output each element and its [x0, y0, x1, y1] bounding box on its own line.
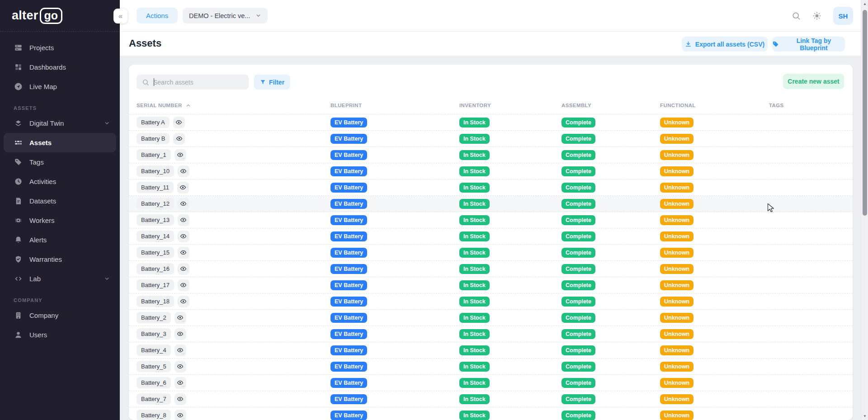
- blueprint-badge[interactable]: EV Battery: [330, 345, 367, 355]
- table-row[interactable]: Battery_16 EV Battery In Stock Complete …: [129, 261, 853, 277]
- view-asset-button[interactable]: [175, 361, 186, 373]
- blueprint-badge[interactable]: EV Battery: [330, 199, 367, 209]
- column-header-tags[interactable]: TAGS: [769, 103, 784, 108]
- column-header-functional[interactable]: FUNCTIONAL: [660, 103, 696, 108]
- blueprint-badge[interactable]: EV Battery: [330, 231, 367, 241]
- assets-search-input[interactable]: [153, 79, 235, 86]
- blueprint-badge[interactable]: EV Battery: [330, 362, 367, 372]
- serial-number-chip[interactable]: Battery_11: [137, 182, 174, 193]
- blueprint-badge[interactable]: EV Battery: [330, 297, 367, 307]
- blueprint-badge[interactable]: EV Battery: [330, 134, 367, 144]
- sidebar-item-live-map[interactable]: Live Map: [0, 77, 120, 96]
- filter-button[interactable]: Filter: [254, 75, 290, 90]
- column-header-assembly[interactable]: ASSEMBLY: [561, 103, 591, 108]
- sidebar-collapse-button[interactable]: «: [113, 9, 127, 24]
- table-row[interactable]: Battery_8 EV Battery In Stock Complete U…: [129, 407, 853, 420]
- sidebar-item-assets[interactable]: Assets: [4, 133, 116, 152]
- sidebar-item-workers[interactable]: Workers: [0, 211, 120, 230]
- theme-toggle-button[interactable]: [812, 11, 821, 20]
- view-asset-button[interactable]: [175, 377, 186, 389]
- sidebar-item-alerts[interactable]: Alerts: [0, 230, 120, 250]
- scrollbar-thumb[interactable]: [863, 10, 867, 216]
- serial-number-chip[interactable]: Battery_6: [137, 377, 171, 388]
- sidebar-item-tags[interactable]: Tags: [0, 152, 120, 172]
- sidebar-item-digital-twin[interactable]: Digital Twin: [0, 113, 120, 133]
- view-asset-button[interactable]: [178, 263, 189, 275]
- table-row[interactable]: Battery_5 EV Battery In Stock Complete U…: [129, 359, 853, 375]
- sidebar-item-dashboards[interactable]: Dashboards: [0, 57, 120, 77]
- sidebar-item-activities[interactable]: Activities: [0, 172, 120, 191]
- actions-button[interactable]: Actions: [137, 8, 178, 24]
- sidebar-item-users[interactable]: Users: [0, 325, 120, 344]
- table-row[interactable]: Battery_6 EV Battery In Stock Complete U…: [129, 375, 853, 391]
- blueprint-badge[interactable]: EV Battery: [330, 411, 367, 420]
- view-asset-button[interactable]: [178, 247, 189, 259]
- export-assets-button[interactable]: Export all assets (CSV): [682, 37, 768, 52]
- view-asset-button[interactable]: [175, 410, 186, 420]
- view-asset-button[interactable]: [178, 165, 189, 177]
- vertical-scrollbar[interactable]: ▲ ▼: [861, 0, 868, 420]
- column-header-inventory[interactable]: INVENTORY: [459, 103, 491, 108]
- blueprint-badge[interactable]: EV Battery: [330, 248, 367, 258]
- view-asset-button[interactable]: [175, 328, 186, 340]
- view-asset-button[interactable]: [173, 117, 185, 128]
- sidebar-item-datasets[interactable]: Datasets: [0, 191, 120, 211]
- user-avatar[interactable]: SH: [833, 7, 853, 25]
- table-row[interactable]: Battery_11 EV Battery In Stock Complete …: [129, 179, 853, 196]
- serial-number-chip[interactable]: Battery_1: [137, 149, 171, 160]
- serial-number-chip[interactable]: Battery B: [137, 133, 170, 144]
- view-asset-button[interactable]: [178, 296, 189, 307]
- blueprint-badge[interactable]: EV Battery: [330, 394, 367, 404]
- view-asset-button[interactable]: [175, 344, 186, 356]
- table-row[interactable]: Battery B EV Battery In Stock Complete U…: [129, 131, 853, 147]
- blueprint-badge[interactable]: EV Battery: [330, 118, 367, 127]
- serial-number-chip[interactable]: Battery_12: [137, 198, 174, 209]
- sidebar-item-company[interactable]: Company: [0, 306, 120, 325]
- table-row[interactable]: Battery_7 EV Battery In Stock Complete U…: [129, 391, 853, 407]
- scrollbar-up-arrow-icon[interactable]: ▲: [861, 2, 868, 6]
- serial-number-chip[interactable]: Battery_17: [137, 279, 174, 291]
- serial-number-chip[interactable]: Battery_7: [137, 393, 171, 405]
- blueprint-badge[interactable]: EV Battery: [330, 215, 367, 225]
- table-row[interactable]: Battery_14 EV Battery In Stock Complete …: [129, 228, 853, 245]
- view-asset-button[interactable]: [178, 279, 189, 291]
- view-asset-button[interactable]: [173, 133, 185, 145]
- blueprint-badge[interactable]: EV Battery: [330, 183, 367, 193]
- serial-number-chip[interactable]: Battery_8: [137, 410, 171, 420]
- serial-number-chip[interactable]: Battery A: [137, 117, 170, 128]
- view-asset-button[interactable]: [178, 231, 189, 242]
- table-row[interactable]: Battery_1 EV Battery In Stock Complete U…: [129, 147, 853, 163]
- serial-number-chip[interactable]: Battery_16: [137, 263, 174, 274]
- table-row[interactable]: Battery A EV Battery In Stock Complete U…: [129, 114, 853, 131]
- serial-number-chip[interactable]: Battery_5: [137, 361, 171, 372]
- blueprint-badge[interactable]: EV Battery: [330, 313, 367, 323]
- global-search-button[interactable]: [792, 11, 801, 20]
- sidebar-item-projects[interactable]: Projects: [0, 38, 120, 57]
- view-asset-button[interactable]: [178, 198, 189, 210]
- serial-number-chip[interactable]: Battery_18: [137, 296, 174, 307]
- create-new-asset-button[interactable]: Create new asset: [783, 74, 844, 89]
- view-asset-button[interactable]: [175, 393, 186, 405]
- link-tag-by-blueprint-button[interactable]: Link Tag by Blueprint: [772, 37, 845, 52]
- column-header-blueprint[interactable]: BLUEPRINT: [330, 103, 362, 108]
- table-row[interactable]: Battery_15 EV Battery In Stock Complete …: [129, 245, 853, 261]
- serial-number-chip[interactable]: Battery_10: [137, 165, 174, 177]
- table-row[interactable]: Battery_4 EV Battery In Stock Complete U…: [129, 342, 853, 359]
- table-row[interactable]: Battery_2 EV Battery In Stock Complete U…: [129, 310, 853, 326]
- view-asset-button[interactable]: [175, 149, 186, 161]
- blueprint-badge[interactable]: EV Battery: [330, 378, 367, 388]
- blueprint-badge[interactable]: EV Battery: [330, 166, 367, 176]
- column-header-serial-number[interactable]: SERIAL NUMBER: [137, 103, 191, 108]
- blueprint-badge[interactable]: EV Battery: [330, 264, 367, 274]
- view-asset-button[interactable]: [175, 312, 186, 324]
- table-row[interactable]: Battery_13 EV Battery In Stock Complete …: [129, 212, 853, 228]
- blueprint-badge[interactable]: EV Battery: [330, 280, 367, 290]
- serial-number-chip[interactable]: Battery_2: [137, 312, 171, 323]
- view-asset-button[interactable]: [177, 182, 189, 193]
- project-selector-dropdown[interactable]: DEMO - Electric ve...: [183, 8, 268, 24]
- serial-number-chip[interactable]: Battery_13: [137, 214, 174, 226]
- sidebar-item-warranties[interactable]: Warranties: [0, 250, 120, 269]
- table-row[interactable]: Battery_17 EV Battery In Stock Complete …: [129, 277, 853, 293]
- serial-number-chip[interactable]: Battery_4: [137, 344, 171, 356]
- table-row[interactable]: Battery_12 EV Battery In Stock Complete …: [129, 196, 853, 212]
